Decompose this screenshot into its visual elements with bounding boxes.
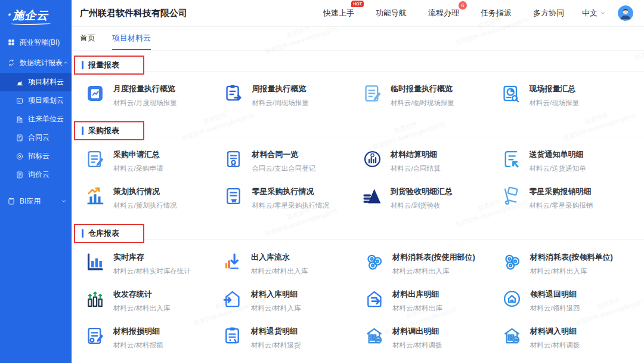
report-item[interactable]: 策划执行情况材料云/策划执行情况 (83, 184, 222, 217)
report-item-text: 材料报损明细材料云/材料报损 (113, 324, 163, 350)
report-item[interactable]: 临时报量执行概览材料云/临时现场报量 (361, 82, 500, 114)
app-logo: 施企云 (0, 0, 72, 30)
report-item-text: 材料调出明细材料云/材料调拨 (392, 324, 442, 350)
section-grid: 采购申请汇总材料云/采购申请材料合同一览合同云/支出合同登记材料结算明细材料云/… (72, 140, 644, 222)
section-header[interactable]: 报量报表 (74, 56, 144, 75)
report-item[interactable]: 采购申请汇总材料云/采购申请 (83, 147, 222, 180)
report-item[interactable]: 零星采购执行情况材料云/零星采购执行情况 (222, 184, 361, 217)
report-item[interactable]: 领料退回明细材料云/领料退回 (500, 287, 638, 319)
trolley-icon (500, 184, 522, 207)
report-item[interactable]: 送货通知单明细材料云/送货通知单 (500, 147, 639, 180)
report-item[interactable]: 材料调入明细材料云/材料调拨 (500, 324, 638, 356)
top-menu-item-0[interactable]: 快速上手HOT (323, 8, 354, 19)
sidebar-item-label: BI应用 (20, 196, 41, 207)
report-item-path: 材料云/材料退货 (251, 341, 301, 350)
report-item[interactable]: 材料报损明细材料云/材料报损 (83, 324, 221, 356)
report-item-text: 策划执行情况材料云/策划执行情况 (113, 184, 177, 210)
report-section-2: 仓库报表实时库存材料云/材料实时库存统计出入库流水材料云/材料出入库材料消耗表(… (72, 222, 644, 363)
section-header[interactable]: 仓库报表 (74, 224, 144, 243)
report-item-path: 材料云/材料入库 (251, 304, 301, 313)
report-item[interactable]: 材料调出明细材料云/材料调拨 (363, 324, 500, 356)
top-menu-item-1[interactable]: 功能导航 (376, 8, 407, 19)
report-item[interactable]: 到货验收明细汇总材料云/到货验收 (361, 184, 500, 217)
report-item-title: 收发存统计 (113, 289, 170, 300)
report-item-title: 实时库存 (113, 252, 191, 263)
section-title: 采购报表 (88, 125, 119, 136)
section-title: 仓库报表 (88, 228, 119, 239)
units-icon (16, 115, 24, 124)
report-item-text: 现场报量汇总材料云/现场报量 (530, 82, 580, 107)
report-item-path: 材料云/材料出库 (392, 304, 442, 313)
sidebar-item-5[interactable]: 合同云 (0, 128, 72, 147)
sidebar-item-7[interactable]: 询价云 (0, 165, 72, 184)
top-menu-item-4[interactable]: 多方协同 (533, 8, 564, 19)
content: 报量报表月度报量执行概览材料云/月度现场报量周报量执行概览材料云/周现场报量临时… (72, 51, 644, 363)
report-item-text: 材料消耗表(按领料单位)材料云/材料出入库 (530, 250, 613, 276)
report-item-path: 材料云/材料出入库 (530, 267, 613, 276)
report-item[interactable]: 收发存统计材料云/材料出入库 (83, 287, 221, 319)
report-item[interactable]: 材料出库明细材料云/材料出库 (363, 287, 500, 319)
sidebar-item-8[interactable]: BI应用 (0, 191, 72, 211)
doc-cart-icon (222, 184, 245, 207)
section-header-row: 仓库报表 (72, 222, 644, 243)
warehouse-transfer-icon (500, 324, 523, 347)
sidebar-item-3[interactable]: 项目规划云 (0, 91, 72, 110)
report-item[interactable]: 材料结算明细材料云/合同结算 (361, 147, 500, 180)
doc-pencil-stamp-icon (83, 324, 106, 347)
sidebar-item-label: 招标云 (28, 151, 49, 161)
report-item-title: 材料消耗表(按使用部位) (392, 252, 475, 263)
report-item-path: 材料云/零星采购执行情况 (252, 201, 330, 210)
sidebar-item-0[interactable]: 商业智能(BI) (0, 32, 72, 53)
section-header[interactable]: 采购报表 (74, 121, 144, 140)
report-item[interactable]: 周报量执行概览材料云/周现场报量 (222, 82, 361, 114)
doc-chart-icon (83, 82, 106, 104)
top-menu-label: 多方协同 (533, 8, 564, 17)
sidebar-item-label: 数据统计报表 (20, 58, 63, 68)
report-item-path: 材料云/临时现场报量 (391, 99, 454, 107)
report-item[interactable]: 材料消耗表(按使用部位)材料云/材料出入库 (363, 250, 500, 282)
report-item[interactable]: 材料合同一览合同云/支出合同登记 (222, 147, 361, 180)
report-item[interactable]: 材料入库明细材料云/材料入库 (221, 287, 363, 319)
inquiry-icon (16, 171, 24, 179)
report-item-title: 送货通知单明细 (530, 149, 586, 160)
report-item-title: 零星采购执行情况 (252, 186, 330, 197)
notification-badge: 6 (459, 1, 467, 10)
report-item-text: 零星采购执行情况材料云/零星采购执行情况 (252, 184, 330, 210)
report-item-text: 材料入库明细材料云/材料入库 (251, 287, 301, 313)
report-item-text: 材料退货明细材料云/材料退货 (251, 324, 301, 350)
report-item[interactable]: 材料退货明细材料云/材料退货 (221, 324, 363, 356)
report-item-title: 现场报量汇总 (530, 84, 580, 94)
top-menu-item-2[interactable]: 流程办理6 (428, 8, 459, 19)
sidebar-item-label: 询价云 (28, 170, 49, 180)
tab-0[interactable]: 首页 (80, 33, 95, 50)
tab-1[interactable]: 项目材料云 (112, 33, 151, 50)
chart-icon (16, 78, 24, 87)
report-item-path: 材料云/策划执行情况 (113, 201, 177, 210)
report-item[interactable]: 材料消耗表(按领料单位)材料云/材料出入库 (500, 250, 638, 282)
report-item-title: 临时报量执行概览 (391, 84, 454, 94)
sidebar-item-2[interactable]: 项目材料云 (0, 73, 72, 91)
report-item-text: 月度报量执行概览材料云/月度现场报量 (113, 82, 177, 107)
language-selector[interactable]: 中文 (582, 8, 606, 19)
report-item-path: 材料云/送货通知单 (530, 164, 586, 173)
user-avatar[interactable] (618, 5, 633, 21)
sidebar-item-4[interactable]: 往来单位云 (0, 110, 72, 128)
top-menu-label: 流程办理 (428, 8, 459, 17)
report-item[interactable]: 零星采购报销明细材料云/零星采购报销 (500, 184, 639, 217)
sidebar-item-6[interactable]: 招标云 (0, 147, 72, 165)
report-item-title: 到货验收明细汇总 (391, 186, 453, 197)
report-item[interactable]: 实时库存材料云/材料实时库存统计 (83, 250, 221, 282)
sidebar-item-1[interactable]: 数据统计报表 (0, 53, 72, 73)
report-item-title: 出入库流水 (251, 252, 308, 263)
report-item[interactable]: 月度报量执行概览材料云/月度现场报量 (83, 82, 222, 114)
house-arrow-out-icon (363, 287, 385, 310)
report-item-title: 材料合同一览 (252, 149, 316, 160)
top-menu-item-3[interactable]: 任务指派 (481, 8, 512, 19)
report-item[interactable]: 现场报量汇总材料云/现场报量 (500, 82, 639, 114)
report-item-title: 领料退回明细 (530, 289, 580, 300)
report-item-text: 零星采购报销明细材料云/零星采购报销 (530, 184, 593, 210)
report-item[interactable]: 出入库流水材料云/材料出入库 (221, 250, 363, 282)
report-item-path: 材料云/合同结算 (391, 164, 441, 173)
report-item-text: 材料出库明细材料云/材料出库 (392, 287, 442, 313)
report-item-title: 采购申请汇总 (113, 149, 163, 160)
